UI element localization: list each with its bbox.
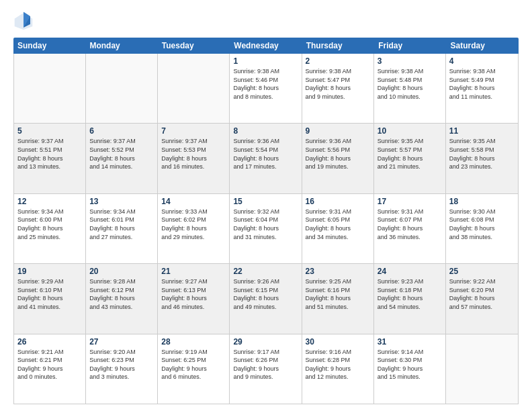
day-number: 25 [449,267,515,276]
day-number: 10 [378,126,442,136]
calendar-body: 1Sunrise: 9:38 AM Sunset: 5:46 PM Daylig… [13,54,519,404]
cal-cell-day-26: 26Sunrise: 9:21 AM Sunset: 6:21 PM Dayli… [14,334,86,404]
day-number: 18 [449,197,515,206]
day-info: Sunrise: 9:37 AM Sunset: 5:53 PM Dayligh… [161,137,226,171]
day-info: Sunrise: 9:27 AM Sunset: 6:13 PM Dayligh… [161,277,226,311]
cal-week-2: 5Sunrise: 9:37 AM Sunset: 5:51 PM Daylig… [14,124,518,193]
cal-cell-day-20: 20Sunrise: 9:28 AM Sunset: 6:12 PM Dayli… [86,264,158,333]
day-number: 12 [17,197,82,206]
cal-week-1: 1Sunrise: 9:38 AM Sunset: 5:46 PM Daylig… [14,54,518,124]
day-number: 9 [306,126,370,136]
day-number: 7 [161,126,226,136]
day-number: 6 [89,126,154,136]
cal-cell-day-9: 9Sunrise: 9:36 AM Sunset: 5:56 PM Daylig… [302,124,374,193]
day-info: Sunrise: 9:21 AM Sunset: 6:21 PM Dayligh… [17,348,82,381]
cal-cell-empty [158,54,230,123]
cal-cell-day-18: 18Sunrise: 9:30 AM Sunset: 6:08 PM Dayli… [446,194,518,263]
day-info: Sunrise: 9:16 AM Sunset: 6:28 PM Dayligh… [306,348,370,381]
day-info: Sunrise: 9:37 AM Sunset: 5:51 PM Dayligh… [17,137,82,171]
cal-cell-day-6: 6Sunrise: 9:37 AM Sunset: 5:52 PM Daylig… [86,124,158,193]
day-info: Sunrise: 9:38 AM Sunset: 5:48 PM Dayligh… [378,67,442,101]
day-number: 31 [378,337,442,347]
logo [13,11,36,31]
cal-cell-empty [446,334,518,404]
cal-cell-day-1: 1Sunrise: 9:38 AM Sunset: 5:46 PM Daylig… [230,54,302,123]
cal-header-cell-sunday: Sunday [13,38,85,54]
day-number: 26 [17,337,82,347]
day-info: Sunrise: 9:23 AM Sunset: 6:18 PM Dayligh… [378,277,442,311]
cal-header-cell-friday: Friday [374,38,446,54]
cal-cell-day-8: 8Sunrise: 9:36 AM Sunset: 5:54 PM Daylig… [230,124,302,193]
day-number: 4 [449,56,515,66]
cal-header-cell-wednesday: Wednesday [230,38,302,54]
day-info: Sunrise: 9:34 AM Sunset: 6:00 PM Dayligh… [17,208,82,241]
day-info: Sunrise: 9:38 AM Sunset: 5:49 PM Dayligh… [449,67,515,101]
cal-cell-day-23: 23Sunrise: 9:25 AM Sunset: 6:16 PM Dayli… [302,264,374,333]
day-info: Sunrise: 9:38 AM Sunset: 5:46 PM Dayligh… [233,67,298,101]
day-number: 13 [89,197,154,206]
day-number: 24 [378,267,442,276]
day-number: 1 [233,56,298,66]
calendar: SundayMondayTuesdayWednesdayThursdayFrid… [13,38,519,404]
cal-cell-day-17: 17Sunrise: 9:31 AM Sunset: 6:07 PM Dayli… [374,194,446,263]
cal-cell-day-12: 12Sunrise: 9:34 AM Sunset: 6:00 PM Dayli… [14,194,86,263]
day-info: Sunrise: 9:28 AM Sunset: 6:12 PM Dayligh… [89,277,154,311]
day-info: Sunrise: 9:19 AM Sunset: 6:25 PM Dayligh… [161,348,226,381]
cal-cell-day-16: 16Sunrise: 9:31 AM Sunset: 6:05 PM Dayli… [302,194,374,263]
day-number: 28 [161,337,226,347]
cal-week-5: 26Sunrise: 9:21 AM Sunset: 6:21 PM Dayli… [14,334,518,404]
day-info: Sunrise: 9:17 AM Sunset: 6:26 PM Dayligh… [233,348,298,381]
cal-cell-day-15: 15Sunrise: 9:32 AM Sunset: 6:04 PM Dayli… [230,194,302,263]
cal-cell-day-10: 10Sunrise: 9:35 AM Sunset: 5:57 PM Dayli… [374,124,446,193]
day-info: Sunrise: 9:26 AM Sunset: 6:15 PM Dayligh… [233,277,298,311]
day-info: Sunrise: 9:35 AM Sunset: 5:58 PM Dayligh… [449,137,515,171]
cal-cell-day-27: 27Sunrise: 9:20 AM Sunset: 6:23 PM Dayli… [86,334,158,404]
cal-cell-day-30: 30Sunrise: 9:16 AM Sunset: 6:28 PM Dayli… [302,334,374,404]
cal-cell-day-2: 2Sunrise: 9:38 AM Sunset: 5:47 PM Daylig… [302,54,374,123]
day-info: Sunrise: 9:32 AM Sunset: 6:04 PM Dayligh… [233,208,298,241]
cal-header-cell-tuesday: Tuesday [158,38,230,54]
day-number: 3 [378,56,442,66]
cal-cell-day-28: 28Sunrise: 9:19 AM Sunset: 6:25 PM Dayli… [158,334,230,404]
cal-cell-day-5: 5Sunrise: 9:37 AM Sunset: 5:51 PM Daylig… [14,124,86,193]
day-info: Sunrise: 9:37 AM Sunset: 5:52 PM Dayligh… [89,137,154,171]
day-number: 20 [89,267,154,276]
cal-cell-empty [86,54,158,123]
day-info: Sunrise: 9:20 AM Sunset: 6:23 PM Dayligh… [89,348,154,381]
cal-cell-day-21: 21Sunrise: 9:27 AM Sunset: 6:13 PM Dayli… [158,264,230,333]
day-info: Sunrise: 9:31 AM Sunset: 6:05 PM Dayligh… [306,208,370,241]
cal-header-cell-saturday: Saturday [447,38,519,54]
day-number: 15 [233,197,298,206]
day-info: Sunrise: 9:33 AM Sunset: 6:02 PM Dayligh… [161,208,226,241]
day-info: Sunrise: 9:30 AM Sunset: 6:08 PM Dayligh… [449,208,515,241]
day-info: Sunrise: 9:36 AM Sunset: 5:56 PM Dayligh… [306,137,370,171]
cal-header-cell-thursday: Thursday [302,38,374,54]
calendar-header: SundayMondayTuesdayWednesdayThursdayFrid… [13,38,519,54]
day-number: 30 [306,337,370,347]
day-info: Sunrise: 9:29 AM Sunset: 6:10 PM Dayligh… [17,277,82,311]
cal-cell-day-22: 22Sunrise: 9:26 AM Sunset: 6:15 PM Dayli… [230,264,302,333]
day-number: 19 [17,267,82,276]
day-info: Sunrise: 9:22 AM Sunset: 6:20 PM Dayligh… [449,277,515,311]
cal-cell-day-19: 19Sunrise: 9:29 AM Sunset: 6:10 PM Dayli… [14,264,86,333]
day-number: 14 [161,197,226,206]
day-number: 27 [89,337,154,347]
day-info: Sunrise: 9:25 AM Sunset: 6:16 PM Dayligh… [306,277,370,311]
header [13,11,519,31]
day-number: 23 [306,267,370,276]
day-number: 16 [306,197,370,206]
cal-cell-empty [14,54,86,123]
day-number: 5 [17,126,82,136]
cal-cell-day-14: 14Sunrise: 9:33 AM Sunset: 6:02 PM Dayli… [158,194,230,263]
day-info: Sunrise: 9:14 AM Sunset: 6:30 PM Dayligh… [378,348,442,381]
cal-cell-day-25: 25Sunrise: 9:22 AM Sunset: 6:20 PM Dayli… [446,264,518,333]
day-info: Sunrise: 9:38 AM Sunset: 5:47 PM Dayligh… [306,67,370,101]
cal-week-3: 12Sunrise: 9:34 AM Sunset: 6:00 PM Dayli… [14,194,518,264]
day-info: Sunrise: 9:36 AM Sunset: 5:54 PM Dayligh… [233,137,298,171]
cal-week-4: 19Sunrise: 9:29 AM Sunset: 6:10 PM Dayli… [14,264,518,334]
day-number: 8 [233,126,298,136]
cal-cell-day-11: 11Sunrise: 9:35 AM Sunset: 5:58 PM Dayli… [446,124,518,193]
day-number: 2 [306,56,370,66]
cal-cell-day-7: 7Sunrise: 9:37 AM Sunset: 5:53 PM Daylig… [158,124,230,193]
day-number: 17 [378,197,442,206]
